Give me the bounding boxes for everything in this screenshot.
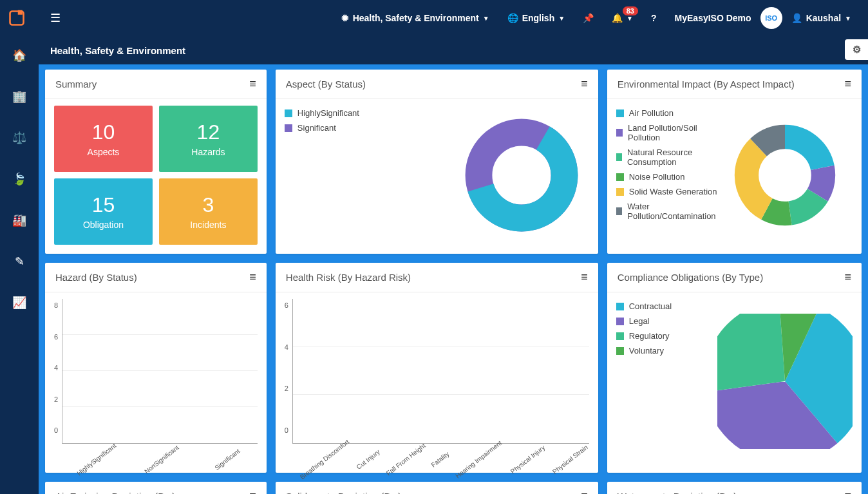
panel-menu-button[interactable]: ≡ (249, 489, 256, 494)
x-label: Physical Injury (509, 444, 547, 475)
legend-swatch (616, 318, 624, 325)
panel-env-impact: Environmental Impact (By Aspect Impact) … (607, 70, 862, 254)
legend-label: Land Pollution/Soil Pollution (628, 123, 717, 142)
x-label: Hearing Impairment (455, 439, 504, 480)
summary-tile[interactable]: 15Obligation (54, 178, 153, 245)
panel-menu-button[interactable]: ≡ (581, 77, 588, 91)
page-title: Health, Safety & Environment (50, 45, 185, 56)
user-icon: 👤 (791, 13, 802, 23)
panel-title: Health Risk (By Hazard Risk) (286, 272, 411, 283)
legend-label: Significant (297, 123, 336, 133)
globe-icon: 🌐 (507, 13, 518, 23)
panel-health-risk: Health Risk (By Hazard Risk) ≡ 6420 Brea… (276, 263, 598, 473)
legend-item[interactable]: Regulatory (616, 331, 717, 341)
logo-icon (8, 9, 26, 27)
svg-rect-1 (18, 10, 23, 15)
panel-menu-button[interactable]: ≡ (249, 271, 256, 284)
nav-legal[interactable]: ⚖️ (6, 125, 32, 151)
language-selector[interactable]: 🌐 English ▼ (498, 13, 574, 23)
legend-label: Noise Pollution (629, 172, 685, 182)
nav-building[interactable]: 🏢 (6, 84, 32, 109)
legend-item[interactable]: Natural Resource Consumption (616, 147, 717, 167)
legend-item[interactable]: HighlySignificant (285, 108, 454, 118)
nav-home[interactable]: 🏠 (6, 43, 32, 68)
env-impact-donut (730, 120, 840, 230)
bell-icon: 🔔 (612, 13, 623, 23)
user-label: Kaushal (806, 13, 841, 23)
summary-tile[interactable]: 3Incidents (159, 178, 258, 245)
legend-item[interactable]: Water Pollution/Contamination (616, 202, 717, 221)
help-button[interactable]: ? (642, 13, 666, 23)
module-selector[interactable]: ✹ Health, Safety & Environment ▼ (332, 13, 498, 23)
panel-menu-button[interactable]: ≡ (581, 489, 588, 494)
compliance-pie (717, 314, 853, 449)
panel-title: Water waste Deviation (By ) (618, 491, 737, 494)
legend-item[interactable]: Noise Pollution (616, 172, 717, 182)
nav-reports[interactable]: 📈 (6, 290, 32, 316)
legend-label: Natural Resource Consumption (627, 147, 717, 167)
pin-icon: 📌 (583, 13, 594, 23)
panel-title: Solid waste Deviation (By ) (286, 491, 401, 494)
x-label: Fatality (429, 450, 450, 469)
legend-item[interactable]: Air Pollution (616, 108, 717, 118)
x-label: Physical Strain (551, 444, 589, 475)
notifications-button[interactable]: 🔔 83 ▼ (603, 13, 642, 23)
nav-edit[interactable]: ✎ (6, 249, 32, 274)
legend-swatch (616, 332, 624, 340)
page-settings-button[interactable]: ⚙ (845, 39, 868, 60)
caret-down-icon: ▼ (845, 15, 851, 22)
sidebar-toggle-icon[interactable]: ☰ (50, 11, 61, 25)
legend-swatch (616, 153, 622, 161)
legend-swatch (616, 109, 624, 117)
legend-label: Voluntary (629, 346, 664, 356)
tile-label: Aspects (88, 147, 120, 157)
panel-title: Air Emission Deviation (By ) (55, 491, 175, 494)
dashboard-content: Summary ≡ 10Aspects12Hazards15Obligation… (39, 64, 868, 494)
tile-label: Incidents (190, 220, 226, 230)
panel-menu-button[interactable]: ≡ (844, 489, 851, 494)
summary-tile[interactable]: 10Aspects (54, 106, 153, 172)
x-label: Cut Injury (355, 448, 381, 471)
panel-solid-waste: Solid waste Deviation (By ) ≡ (276, 482, 598, 494)
pin-button[interactable]: 📌 (574, 13, 603, 23)
question-icon: ? (651, 13, 657, 23)
gear-burst-icon: ✹ (341, 13, 349, 23)
panel-menu-button[interactable]: ≡ (844, 271, 851, 284)
legend-label: Solid Waste Generation (629, 187, 717, 196)
legend-item[interactable]: Legal (616, 316, 717, 326)
legend-swatch (616, 188, 624, 196)
legend-swatch (616, 173, 624, 181)
legend-item[interactable]: Significant (285, 123, 454, 133)
panel-menu-button[interactable]: ≡ (581, 271, 588, 284)
nav-environment[interactable]: 🍃 (6, 166, 32, 192)
panel-air-emission: Air Emission Deviation (By ) ≡ (45, 482, 267, 494)
tile-value: 3 (202, 193, 214, 217)
legend-item[interactable]: Solid Waste Generation (616, 187, 717, 196)
topbar: ☰ ✹ Health, Safety & Environment ▼ 🌐 Eng… (0, 0, 868, 36)
side-navigation: 🏠 🏢 ⚖️ 🍃 🏭 ✎ 📈 (0, 36, 39, 494)
module-label: Health, Safety & Environment (353, 13, 479, 23)
legend-item[interactable]: Land Pollution/Soil Pollution (616, 123, 717, 142)
language-label: English (522, 13, 555, 23)
panel-menu-button[interactable]: ≡ (844, 77, 851, 91)
legend-item[interactable]: Contractual (616, 301, 717, 311)
avatar[interactable]: ISO (760, 7, 782, 29)
aspect-status-donut (460, 114, 583, 236)
legend-item[interactable]: Voluntary (616, 346, 717, 356)
panel-title: Aspect (By Status) (286, 79, 366, 90)
tile-value: 15 (92, 193, 115, 217)
gear-icon: ⚙ (853, 44, 861, 55)
nav-industry[interactable]: 🏭 (6, 207, 32, 233)
panel-title: Environmental Impact (By Aspect Impact) (618, 79, 795, 90)
tile-value: 12 (197, 120, 220, 144)
x-label: Fall From Height (385, 442, 427, 477)
panel-aspect-status: Aspect (By Status) ≡ HighlySignificantSi… (276, 70, 598, 254)
legend-label: Air Pollution (629, 108, 674, 118)
summary-tile[interactable]: 12Hazards (159, 106, 258, 172)
user-menu[interactable]: 👤 Kaushal ▼ (782, 13, 860, 23)
legend-swatch (616, 347, 624, 355)
panel-water-waste: Water waste Deviation (By ) ≡ (607, 482, 862, 494)
panel-menu-button[interactable]: ≡ (249, 77, 256, 91)
panel-title: Summary (55, 79, 97, 90)
caret-down-icon: ▼ (627, 15, 633, 22)
